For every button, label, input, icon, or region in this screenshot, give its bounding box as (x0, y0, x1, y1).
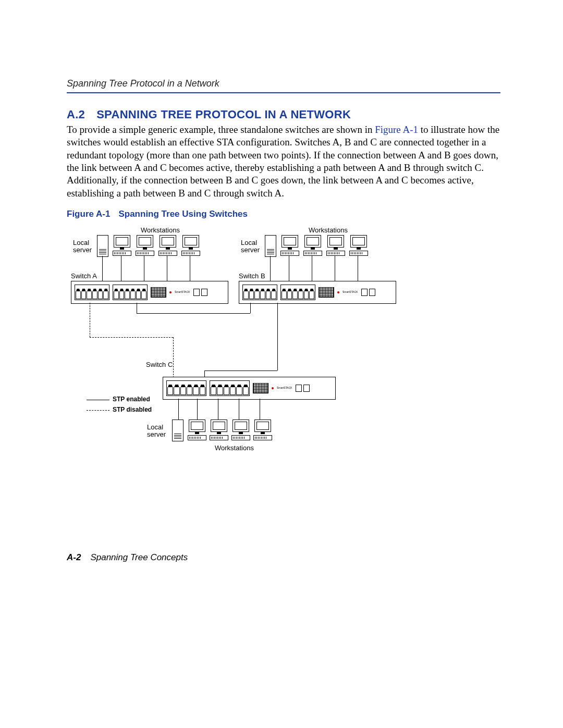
cable (358, 256, 358, 282)
section-number: A.2 (67, 108, 85, 121)
figure-number: Figure A-1 (67, 209, 110, 219)
workstation-icon (303, 235, 322, 256)
cable (277, 303, 278, 371)
cable-disabled (173, 337, 174, 378)
workstation-icon (349, 235, 368, 256)
server-icon (97, 235, 108, 257)
label-local-server-b: Local server (241, 239, 260, 254)
label-switch-b: Switch B (239, 273, 265, 280)
cable (289, 256, 289, 282)
cable (137, 303, 137, 313)
workstation-icon (253, 419, 272, 440)
section-title: SPANNING TREE PROTOCOL IN A NETWORK (96, 108, 351, 121)
cable (102, 256, 103, 282)
label-workstations-c: Workstations (215, 445, 254, 452)
cable (312, 256, 312, 282)
legend-stp-enabled: STP enabled (113, 396, 150, 403)
section-heading: A.2SPANNING TREE PROTOCOL IN A NETWORK (67, 108, 500, 121)
cable (144, 256, 144, 282)
workstation-icon (136, 235, 154, 256)
page-number: A-2 (67, 552, 81, 562)
page-footer: A-2Spanning Tree Concepts (67, 552, 188, 563)
cable (250, 303, 251, 313)
footer-title: Spanning Tree Concepts (90, 552, 188, 562)
workstation-icon (113, 235, 131, 256)
label-switch-c: Switch C (146, 361, 173, 368)
workstation-icon (188, 419, 206, 440)
workstation-icon (181, 235, 200, 256)
page: Spanning Tree Protocol in a Network A.2S… (0, 0, 563, 728)
figure-caption: Figure A-1Spanning Tree Using Switches (67, 209, 500, 219)
legend-line-solid (87, 400, 109, 400)
label-workstations-b: Workstations (309, 227, 348, 234)
cable (137, 313, 250, 314)
legend-line-dashed (87, 410, 109, 411)
server-icon (172, 419, 183, 441)
workstation-icon (280, 235, 299, 256)
body-paragraph: To provide a simple generic example, thr… (67, 124, 500, 200)
figure-diagram: Workstations Local server Workstations L… (69, 227, 413, 461)
running-head: Spanning Tree Protocol in a Network (67, 78, 500, 93)
workstation-icon (231, 419, 250, 440)
cable-disabled (90, 337, 173, 338)
para-pre: To provide a simple generic example, thr… (67, 124, 375, 135)
figure-reference-link[interactable]: Figure A-1 (375, 124, 418, 135)
label-workstations-a: Workstations (141, 227, 180, 234)
switch-icon: SmartSTACK (163, 377, 336, 400)
label-local-server-c: Local server (147, 424, 166, 439)
cable (167, 256, 167, 282)
cable (121, 256, 121, 282)
cable (335, 256, 335, 282)
workstation-icon (210, 419, 228, 440)
workstation-icon (326, 235, 345, 256)
switch-icon: SmartSTACK (71, 281, 228, 304)
cable (204, 371, 277, 371)
server-icon (265, 235, 276, 257)
label-local-server-a: Local server (73, 239, 92, 254)
label-switch-a: Switch A (71, 273, 97, 280)
switch-icon: SmartSTACK (239, 281, 396, 304)
cable-disabled (90, 303, 90, 337)
cable (190, 256, 190, 282)
figure-title: Spanning Tree Using Switches (118, 209, 248, 219)
para-post: to illustrate how the switches would est… (67, 124, 499, 199)
workstation-icon (158, 235, 177, 256)
legend-stp-disabled: STP disabled (113, 406, 152, 413)
cable (270, 256, 271, 282)
